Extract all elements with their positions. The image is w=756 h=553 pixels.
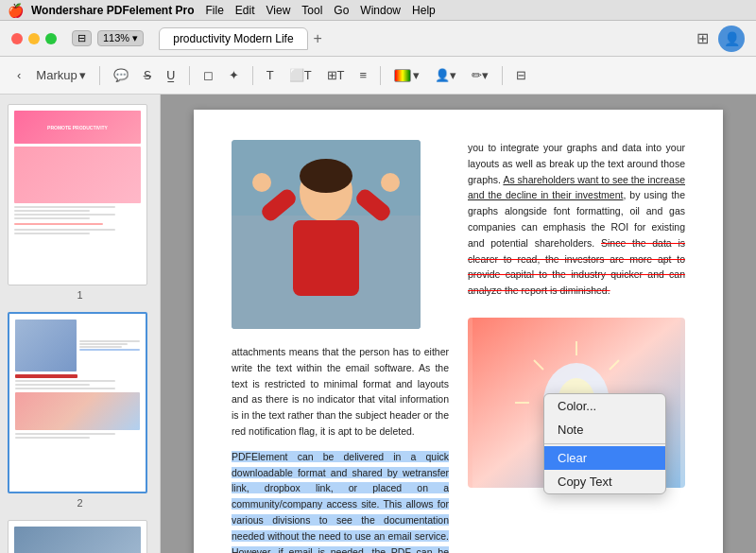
sidebar: PROMOTE PRODUCTIVITY 1 [0, 95, 161, 553]
separator-3 [252, 66, 253, 85]
context-menu: Color... Note Clear Copy Text [543, 393, 666, 494]
thumb-line [79, 340, 141, 342]
menu-window[interactable]: Window [360, 4, 401, 17]
thumb-cols-2 [15, 320, 140, 372]
underline-span: As shareholders want to see the increase… [468, 174, 685, 201]
traffic-lights [11, 33, 57, 44]
strikethrough-span: Since the data is clearer to read, the i… [468, 237, 685, 296]
menu-view[interactable]: View [266, 4, 291, 17]
panel-toggle[interactable]: ⊟ [510, 65, 532, 85]
sidebar-toggle[interactable]: ⊟ [72, 30, 92, 46]
thumb-img-2[interactable] [8, 312, 147, 493]
zoom-control[interactable]: 113% ▾ [97, 30, 144, 46]
doc-area: attachments means that the person has to… [161, 95, 756, 553]
thumb-img-1[interactable]: PROMOTE PRODUCTIVITY [8, 104, 147, 285]
thumb-line [14, 214, 115, 216]
thumb-line [15, 380, 115, 382]
maximize-button[interactable] [45, 33, 57, 44]
menu-file[interactable]: File [206, 4, 224, 17]
ctx-separator [544, 443, 665, 444]
ctx-copy-text[interactable]: Copy Text [544, 470, 665, 493]
callout-tool[interactable]: ⊞T [321, 65, 351, 85]
thumb-line [15, 384, 90, 386]
thumb-lines-1 [14, 206, 141, 234]
doc-right-para: you to integrate your graphs and data in… [468, 140, 685, 299]
toolbar: ‹ Markup ▾ 💬 S̶ U̲ ◻ ✦ T ⬜T ⊞T ≡ ▾ 👤▾ ✏▾… [0, 57, 756, 95]
window-controls: ⊟ 113% ▾ [72, 30, 144, 46]
thumb-line [79, 346, 122, 348]
thumb-line [14, 233, 90, 234]
markup-dropdown[interactable]: Markup ▾ [30, 65, 91, 85]
minimize-button[interactable] [28, 33, 40, 44]
clear-tool[interactable]: ✦ [223, 65, 245, 85]
thumb-left-img-2 [15, 320, 77, 372]
dropdown-arrow: ▾ [79, 68, 86, 82]
textbox-tool[interactable]: ⬜T [284, 65, 318, 85]
apple-menu[interactable]: 🍎 [8, 3, 24, 18]
doc-para-highlight: PDFElement can be delivered in a quick d… [232, 449, 449, 553]
title-bar: ⊟ 113% ▾ productivity Modern Life + ⊞ 👤 [0, 21, 756, 57]
align-tool[interactable]: ≡ [354, 65, 373, 85]
menu-tool[interactable]: Tool [301, 4, 322, 17]
thumb-bottom-img-2 [15, 392, 140, 430]
page-thumb-1[interactable]: PROMOTE PRODUCTIVITY 1 [8, 104, 152, 301]
thumb-top-img-3 [14, 527, 141, 553]
thumb-img-3[interactable] [8, 520, 147, 553]
doc-main-image [232, 140, 421, 329]
back-button[interactable]: ‹ [11, 65, 26, 85]
image-placeholder [232, 140, 421, 329]
thumb-line [14, 223, 103, 225]
thumb-right-text-2 [79, 320, 141, 372]
color-swatch-icon [394, 69, 411, 82]
thumb-line [15, 433, 115, 435]
new-tab-button[interactable]: + [314, 30, 322, 47]
thumb-header-1: PROMOTE PRODUCTIVITY [14, 111, 141, 144]
menu-items: File Edit View Tool Go Window Help [206, 4, 436, 17]
highlighted-text: PDFElement can be delivered in a quick d… [232, 451, 449, 553]
comment-tool[interactable]: 💬 [108, 65, 134, 85]
user-tool[interactable]: 👤▾ [429, 65, 462, 85]
current-tab[interactable]: productivity Modern Life [159, 27, 307, 50]
thumb-line [15, 388, 115, 389]
thumb-line [14, 206, 115, 208]
markup-label: Markup [36, 68, 77, 82]
separator-2 [189, 66, 190, 85]
thumb-line [79, 343, 129, 345]
thumb-title-1: PROMOTE PRODUCTIVITY [47, 125, 108, 130]
close-button[interactable] [11, 33, 23, 44]
color-rect-tool[interactable]: ▾ [388, 65, 425, 85]
tab-label: productivity Modern Life [173, 32, 293, 45]
thumb-line [79, 349, 141, 351]
page-thumb-2[interactable]: 2 [8, 312, 152, 509]
ctx-note[interactable]: Note [544, 418, 665, 441]
page-thumb-3[interactable]: 3 [8, 520, 152, 553]
thumb-hero-1 [14, 147, 141, 203]
thumb-line [15, 437, 90, 439]
eraser-tool[interactable]: ◻ [198, 65, 219, 85]
thumb-line [14, 210, 90, 212]
menu-edit[interactable]: Edit [235, 4, 255, 17]
ctx-clear[interactable]: Clear [544, 446, 665, 470]
pen-tool[interactable]: ✏▾ [466, 65, 494, 85]
grid-icon[interactable]: ⊞ [693, 27, 713, 49]
separator-4 [380, 66, 381, 85]
thumb-reports-2 [15, 374, 77, 378]
svg-point-4 [300, 159, 352, 193]
menu-go[interactable]: Go [334, 4, 349, 17]
page-num-2: 2 [8, 497, 152, 509]
thumb-content-2 [9, 314, 146, 492]
tab-bar: productivity Modern Life + [159, 27, 685, 50]
text-tool[interactable]: T [261, 65, 280, 85]
doc-right-col: you to integrate your graphs and data in… [468, 140, 685, 553]
strikethrough-tool[interactable]: S̶ [138, 65, 157, 85]
svg-point-9 [381, 173, 400, 192]
ctx-color[interactable]: Color... [544, 394, 665, 418]
main-photo-svg [232, 140, 421, 329]
user-avatar[interactable]: 👤 [718, 26, 745, 52]
thumb-line [14, 229, 115, 231]
underline-tool[interactable]: U̲ [161, 65, 181, 85]
page-num-1: 1 [8, 289, 152, 301]
title-bar-right: ⊞ 👤 [693, 26, 745, 52]
svg-point-8 [252, 173, 271, 192]
menu-help[interactable]: Help [412, 4, 436, 17]
